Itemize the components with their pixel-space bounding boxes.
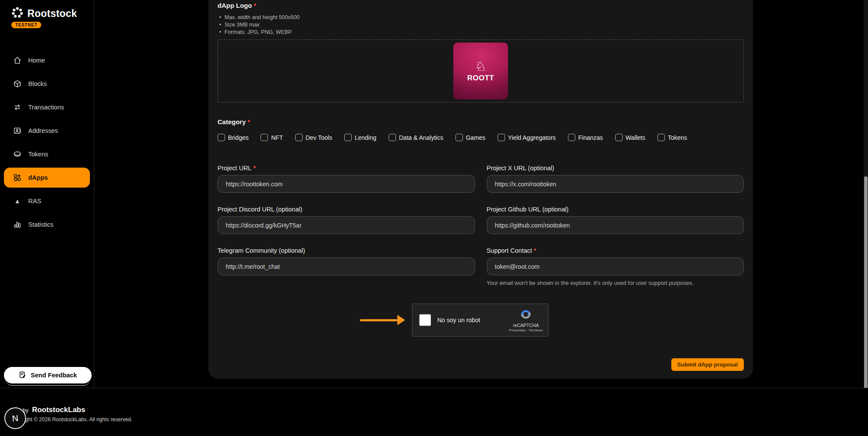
logo-preview-text: ROOTT: [467, 74, 494, 83]
feedback-label: Send Feedback: [31, 372, 77, 379]
sidebar-item-label: RAS: [28, 198, 41, 205]
support-contact-input[interactable]: [487, 258, 744, 275]
knight-icon: ♘: [475, 60, 487, 73]
checkbox[interactable]: [261, 134, 268, 141]
submit-dapp-proposal-button[interactable]: Submit dApp proposal: [671, 358, 744, 371]
sidebar-item-addresses[interactable]: Addresses: [0, 119, 94, 142]
recaptcha-widget[interactable]: No soy un robot reCAPTCHA Privacidad - T…: [412, 304, 548, 337]
sidebar: Rootstock TESTNET Home Blocks: [0, 0, 94, 388]
field-label: Project URL: [218, 165, 475, 172]
category-option-dev-tools[interactable]: Dev Tools: [295, 134, 332, 141]
checkbox[interactable]: [657, 134, 665, 141]
checkbox[interactable]: [344, 134, 352, 141]
category-option-data-analytics[interactable]: Data & Analytics: [389, 134, 443, 141]
sidebar-item-label: dApps: [28, 174, 48, 181]
dapp-proposal-form: dApp Logo Max. width and height 500x500 …: [208, 0, 753, 379]
category-label: Category: [218, 118, 250, 126]
logo-upload-dropzone[interactable]: ♘ ROOTT: [218, 40, 744, 102]
footer-brand-block: Built by RootstockLabs Copyright © 2026 …: [10, 406, 132, 423]
sidebar-item-ras[interactable]: ▲ RAS: [0, 189, 94, 213]
sidebar-nav: Home Blocks Transactions: [0, 49, 94, 236]
category-option-games[interactable]: Games: [455, 134, 485, 141]
sidebar-item-blocks[interactable]: Blocks: [0, 72, 94, 96]
checkbox[interactable]: [498, 134, 505, 141]
recaptcha-brand-block: reCAPTCHA Privacidad - Términos: [509, 308, 543, 332]
recaptcha-brand-text: reCAPTCHA: [513, 323, 539, 328]
checkbox[interactable]: [295, 134, 303, 141]
testnet-badge: TESTNET: [11, 22, 41, 28]
category-options: Bridges NFT Dev Tools Lending Data & Ana…: [218, 134, 744, 141]
project-url-input[interactable]: [218, 175, 475, 193]
checkbox[interactable]: [389, 134, 396, 141]
project-github-url-input[interactable]: [487, 216, 744, 234]
project-x-url-input[interactable]: [487, 175, 744, 193]
sidebar-item-label: Home: [28, 57, 45, 64]
addresses-icon: [13, 126, 22, 135]
checkbox[interactable]: [218, 134, 225, 141]
category-option-finanzas[interactable]: Finanzas: [568, 134, 603, 141]
recaptcha-checkbox[interactable]: [419, 314, 431, 326]
logo-requirement: Size 3MB max: [218, 21, 744, 29]
tokens-icon: [13, 150, 22, 159]
project-github-url-field: Project Github URL (optional): [487, 206, 744, 234]
support-contact-helper: Your email won't be shown in the explore…: [487, 280, 744, 286]
pointer-arrow-icon: [360, 315, 405, 325]
category-option-nft[interactable]: NFT: [261, 134, 283, 141]
project-url-field: Project URL: [218, 165, 475, 193]
recaptcha-privacy-terms[interactable]: Privacidad - Términos: [509, 328, 543, 332]
sidebar-item-label: Statistics: [28, 221, 53, 228]
submit-row: Submit dApp proposal: [218, 358, 744, 371]
send-feedback-button[interactable]: Send Feedback: [4, 367, 92, 383]
sidebar-item-transactions[interactable]: Transactions: [0, 96, 94, 119]
project-discord-url-input[interactable]: [218, 216, 475, 234]
category-option-bridges[interactable]: Bridges: [218, 134, 248, 141]
logo-requirements-list: Max. width and height 500x500 Size 3MB m…: [218, 14, 744, 36]
sidebar-item-home[interactable]: Home: [0, 49, 94, 72]
field-label: Project Github URL (optional): [487, 206, 744, 213]
sidebar-item-label: Blocks: [28, 80, 47, 87]
logo-requirement: Formats: JPG, PNG, WEBP: [218, 29, 744, 36]
field-label: Telegram Community (optional): [218, 247, 475, 254]
captcha-section: No soy un robot reCAPTCHA Privacidad - T…: [218, 304, 744, 337]
telegram-community-input[interactable]: [218, 258, 475, 275]
footer: Built by RootstockLabs Copyright © 2026 …: [0, 388, 868, 436]
ras-icon: ▲: [13, 197, 22, 205]
checkbox[interactable]: [568, 134, 575, 141]
sidebar-item-label: Addresses: [28, 127, 58, 134]
copyright-text: Copyright © 2026 RootstockLabs. All righ…: [10, 416, 132, 423]
rootstock-flower-icon: [11, 6, 24, 21]
page-scrollbar[interactable]: [864, 0, 868, 436]
sidebar-item-dapps[interactable]: dApps: [4, 168, 90, 188]
sidebar-item-statistics[interactable]: Statistics: [0, 213, 94, 236]
home-icon: [13, 56, 22, 65]
sidebar-item-label: Transactions: [28, 104, 64, 111]
logo-preview-tile[interactable]: ♘ ROOTT: [453, 43, 508, 99]
dapp-logo-label: dApp Logo: [218, 2, 256, 9]
blocks-icon: [13, 79, 22, 88]
category-option-wallets[interactable]: Wallets: [615, 134, 645, 141]
rootstocklabs-link[interactable]: RootstockLabs: [32, 406, 86, 414]
brand-logo[interactable]: Rootstock: [11, 6, 77, 21]
category-option-lending[interactable]: Lending: [344, 134, 376, 141]
dapps-icon: [13, 173, 22, 182]
project-x-url-field: Project X URL (optional): [487, 165, 744, 193]
telegram-community-field: Telegram Community (optional): [218, 247, 475, 286]
sidebar-item-label: Tokens: [28, 151, 48, 158]
statistics-icon: [13, 220, 22, 229]
category-option-tokens[interactable]: Tokens: [657, 134, 687, 141]
field-label: Project X URL (optional): [487, 165, 744, 172]
project-discord-url-field: Project Discord URL (optional): [218, 206, 475, 234]
feedback-note-icon: [19, 371, 26, 380]
transactions-icon: [13, 103, 22, 112]
brand-name: Rootstock: [27, 8, 77, 20]
category-option-yield-aggregators[interactable]: Yield Aggregators: [498, 134, 556, 141]
spacer: [548, 320, 601, 320]
field-label: Project Discord URL (optional): [218, 206, 475, 213]
recaptcha-logo-icon: [520, 308, 532, 322]
checkbox[interactable]: [455, 134, 463, 141]
support-contact-field: Support Contact Your email won't be show…: [487, 247, 744, 286]
field-label: Support Contact: [487, 247, 744, 254]
sidebar-item-tokens[interactable]: Tokens: [0, 142, 94, 166]
logo-requirement: Max. width and height 500x500: [218, 14, 744, 21]
checkbox[interactable]: [615, 134, 623, 141]
